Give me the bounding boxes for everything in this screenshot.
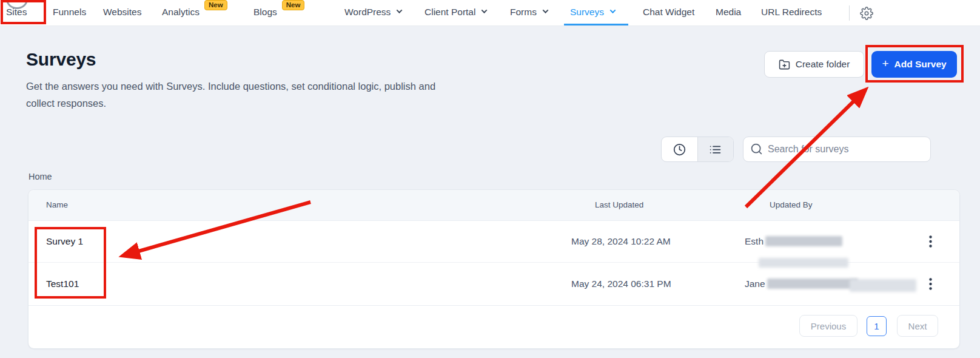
next-page-button[interactable]: Next	[897, 315, 938, 337]
create-folder-label: Create folder	[796, 59, 850, 70]
nav-item-sites[interactable]: Sites	[6, 0, 27, 24]
column-header-name: Name	[46, 200, 68, 209]
active-tab-underline	[564, 24, 628, 25]
last-updated-value: May 24, 2024 06:31 PM	[571, 279, 671, 289]
add-survey-label: Add Survey	[894, 59, 946, 70]
gear-icon	[860, 7, 873, 20]
surveys-page: Sites Funnels Websites Analytics New Blo…	[0, 0, 980, 358]
kebab-menu-icon	[929, 278, 932, 290]
page-description-line2: collect responses.	[26, 95, 435, 112]
table-row-survey-1[interactable]: Survey 1 May 28, 2024 10:22 AM Esth	[29, 221, 959, 263]
nav-item-chat-widget[interactable]: Chat Widget	[643, 0, 694, 24]
chevron-down-icon	[610, 7, 616, 13]
page-number-button[interactable]: 1	[867, 316, 887, 336]
nav-label: Media	[716, 7, 741, 18]
search-icon	[750, 143, 763, 155]
nav-item-funnels[interactable]: Funnels	[53, 0, 86, 24]
row-actions-menu-button[interactable]	[922, 233, 939, 250]
updated-by-visible-text: Esth	[745, 236, 764, 246]
column-header-updated-by: Updated By	[770, 200, 813, 209]
plus-icon: +	[882, 57, 888, 70]
nav-item-client-portal[interactable]: Client Portal	[425, 0, 486, 24]
new-badge: New	[282, 0, 305, 10]
table-row-test101[interactable]: Test101 May 24, 2024 06:31 PM Jane	[29, 263, 959, 306]
nav-label: Analytics	[162, 7, 200, 18]
list-view-button[interactable]	[697, 137, 734, 161]
redacted-text-artifact	[759, 258, 848, 268]
nav-label: Forms	[510, 7, 537, 18]
kebab-menu-icon	[929, 235, 932, 248]
list-icon	[709, 143, 722, 156]
nav-label: Funnels	[53, 7, 86, 18]
clock-icon	[673, 143, 686, 156]
survey-name: Survey 1	[46, 236, 83, 247]
folder-plus-icon	[779, 59, 790, 70]
page-description: Get the answers you need with Surveys. I…	[26, 78, 435, 112]
nav-label: Surveys	[570, 7, 604, 18]
search-input[interactable]	[743, 137, 931, 162]
page-description-line1: Get the answers you need with Surveys. I…	[26, 78, 435, 95]
redacted-name-block	[767, 279, 858, 289]
nav-label: Client Portal	[425, 7, 475, 18]
settings-button[interactable]	[856, 3, 877, 24]
chevron-down-icon	[542, 7, 548, 13]
redacted-text-artifact	[850, 279, 916, 292]
redacted-name-block	[765, 236, 842, 246]
surveys-table: Name Last Updated Updated By Survey 1 Ma…	[28, 189, 960, 349]
view-toggle	[661, 137, 734, 162]
previous-page-button[interactable]: Previous	[799, 315, 858, 337]
nav-label: URL Redirects	[761, 7, 822, 18]
nav-label: Blogs	[253, 7, 277, 18]
nav-item-surveys-active[interactable]: Surveys	[570, 0, 615, 24]
nav-label: Sites	[6, 7, 27, 18]
nav-label: Chat Widget	[643, 7, 694, 18]
nav-item-blogs[interactable]: Blogs New	[253, 0, 277, 24]
pagination: Previous 1 Next	[29, 306, 959, 350]
nav-label: WordPress	[344, 7, 391, 18]
create-folder-button[interactable]: Create folder	[764, 51, 864, 78]
survey-name: Test101	[46, 279, 79, 289]
chevron-down-icon	[397, 7, 403, 13]
last-updated-value: May 28, 2024 10:22 AM	[571, 236, 671, 247]
search-surveys	[743, 137, 931, 162]
column-header-last-updated: Last Updated	[595, 200, 643, 209]
nav-item-url-redirects[interactable]: URL Redirects	[761, 0, 822, 24]
recent-view-button[interactable]	[662, 137, 697, 161]
add-survey-button[interactable]: + Add Survey	[871, 51, 957, 78]
updated-by-value: Esth	[745, 236, 842, 247]
nav-item-wordpress[interactable]: WordPress	[344, 0, 401, 24]
nav-label: Websites	[103, 7, 141, 18]
nav-item-media[interactable]: Media	[716, 0, 741, 24]
new-badge: New	[204, 0, 227, 10]
nav-divider	[849, 5, 850, 21]
nav-item-forms[interactable]: Forms	[510, 0, 548, 24]
nav-item-analytics[interactable]: Analytics New	[162, 0, 200, 24]
page-title: Surveys	[26, 49, 96, 70]
updated-by-visible-text: Jane	[745, 279, 765, 289]
nav-item-websites[interactable]: Websites	[103, 0, 141, 24]
top-navigation: Sites Funnels Websites Analytics New Blo…	[0, 0, 980, 26]
breadcrumb-home[interactable]: Home	[29, 172, 52, 181]
updated-by-value: Jane	[745, 279, 858, 289]
row-actions-menu-button[interactable]	[922, 275, 939, 292]
table-header-row: Name Last Updated Updated By	[29, 190, 959, 221]
chevron-down-icon	[482, 7, 488, 13]
